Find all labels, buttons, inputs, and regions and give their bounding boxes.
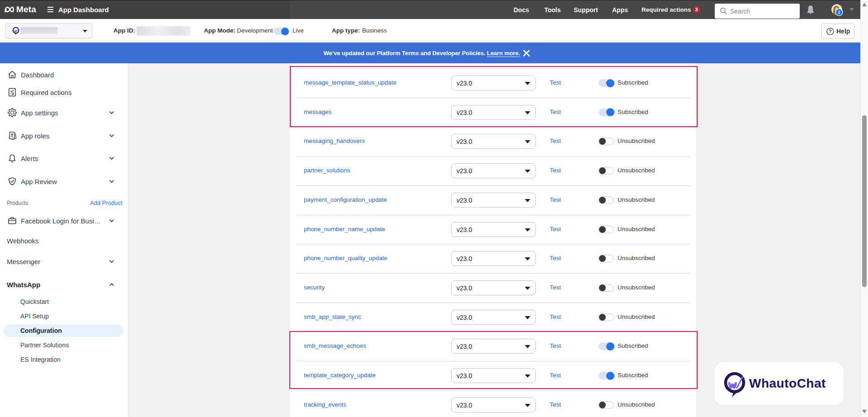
svg-text:?: ? (829, 28, 831, 34)
